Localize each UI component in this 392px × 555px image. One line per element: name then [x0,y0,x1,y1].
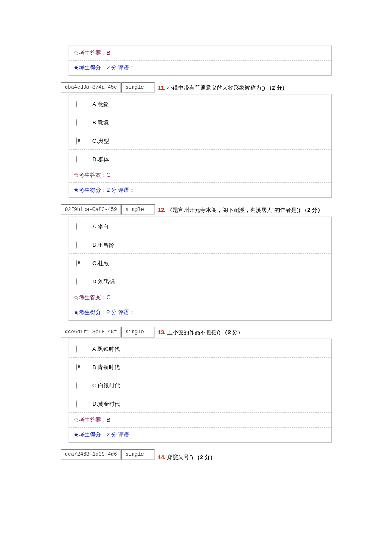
radio-icon[interactable] [69,95,89,113]
q11-option-c[interactable]: C.典型 [69,131,331,149]
q11-option-d[interactable]: D.群体 [69,149,331,168]
q13-option-b[interactable]: B.青铜时代 [69,357,331,376]
radio-icon[interactable] [69,150,89,168]
q12-number: 12. [158,207,165,213]
radio-icon[interactable] [69,339,89,357]
radio-icon[interactable] [69,394,89,412]
radio-icon[interactable] [69,272,89,290]
q11-option-a[interactable]: A.意象 [69,95,331,113]
option-label: D.刘禹锡 [89,272,331,290]
q14-stem-wrap: 14. 郑燮又号() （2 分） [158,454,216,462]
candidate-answer: ☆考生答案：B [69,412,331,427]
option-label: C.杜牧 [89,254,331,272]
q12-option-b[interactable]: B.王昌龄 [69,235,331,253]
q11-option-b[interactable]: B.意境 [69,113,331,131]
q11-stem: 小说中带有普遍意义的人物形象被称为() [167,84,266,91]
option-label: A.李白 [89,217,331,235]
q13-id1: dce6d1f1-3c58-45f [61,327,121,338]
candidate-score: ★考生得分：2 分 评语： [69,60,331,75]
q13-option-c[interactable]: C.白银时代 [69,376,331,394]
candidate-score: ★考生得分：2 分 评语： [69,427,331,442]
candidate-answer: ☆考生答案：C [69,290,331,305]
q13-option-d[interactable]: D.黄金时代 [69,394,331,412]
option-label: C.白银时代 [89,376,331,394]
q14-stem: 郑燮又号() [167,454,194,460]
q11-number: 11. [158,84,165,91]
option-label: A.意象 [89,95,331,113]
q14-header: eea72463-1a39-4d6 single 14. 郑燮又号() （2 分… [61,449,392,460]
q12-option-c[interactable]: C.杜牧 [69,253,331,272]
q12-stem-wrap: 12. 《题宣州开元寺水阁，阁下宛溪，夹溪居人"的作者是() （2 分） [158,206,323,215]
q12-id1: 02f9b1ca-0a83-459 [61,204,121,215]
q14-id1: eea72463-1a39-4d6 [61,449,121,460]
radio-icon[interactable] [69,113,89,131]
option-label: D.黄金时代 [89,394,331,412]
q13-stem-wrap: 13. 王小波的作品不包括() （2 分） [158,329,243,338]
q13-number: 13. [158,329,165,335]
option-label: B.青铜时代 [89,358,331,376]
q12-option-d[interactable]: D.刘禹锡 [69,272,331,290]
option-label: D.群体 [89,150,331,168]
q13-option-a[interactable]: A.黑铁时代 [69,339,331,357]
q11-type: single [121,82,155,93]
option-label: A.黑铁时代 [89,339,331,357]
q11-header: cba4ed9a-874a-45e single 11. 小说中带有普遍意义的人… [61,82,392,93]
radio-icon[interactable] [69,217,89,235]
q14-type: single [121,449,155,460]
radio-icon[interactable] [69,131,89,149]
candidate-answer: ☆考生答案：C [69,168,331,182]
q13-stem: 王小波的作品不包括() [167,329,222,335]
prev-question-result-panel: ☆考生答案：B ★考生得分：2 分 评语： [68,45,332,76]
page-root: ☆考生答案：B ★考生得分：2 分 评语： cba4ed9a-874a-45e … [0,0,392,555]
q12-points: （2 分） [302,207,323,213]
radio-icon[interactable] [69,376,89,394]
q11-id1: cba4ed9a-874a-45e [61,82,121,93]
q12-header: 02f9b1ca-0a83-459 single 12. 《题宣州开元寺水阁，阁… [61,204,392,215]
q12-stem: 《题宣州开元寺水阁，阁下宛溪，夹溪居人"的作者是() [167,207,302,213]
q11-panel: A.意象 B.意境 C.典型 D.群体 ☆考生答案：C ★考生得分：2 分 评语… [68,94,332,198]
option-label: B.王昌龄 [89,235,331,253]
q12-panel: A.李白 B.王昌龄 C.杜牧 D.刘禹锡 ☆考生答案：C ★考生得分：2 分 … [68,216,332,321]
radio-icon[interactable] [69,235,89,253]
candidate-answer: ☆考生答案：B [69,46,331,60]
option-label: B.意境 [89,113,331,131]
q12-option-a[interactable]: A.李白 [69,217,331,235]
q12-type: single [121,204,155,215]
q13-type: single [121,327,155,338]
radio-icon[interactable] [69,254,89,272]
q14-points: （2 分） [194,454,216,460]
q13-header: dce6d1f1-3c58-45f single 13. 王小波的作品不包括()… [61,327,392,338]
q14-number: 14. [158,454,165,460]
candidate-score: ★考生得分：2 分 评语： [69,182,331,197]
candidate-score: ★考生得分：2 分 评语： [69,305,331,320]
q11-stem-wrap: 11. 小说中带有普遍意义的人物形象被称为() （2 分） [158,84,288,93]
q13-points: （2 分） [222,329,243,335]
option-label: C.典型 [89,131,331,149]
q11-points: （2 分） [266,84,288,91]
radio-icon[interactable] [69,358,89,376]
q13-panel: A.黑铁时代 B.青铜时代 C.白银时代 D.黄金时代 ☆考生答案：B ★考生得… [68,338,332,443]
